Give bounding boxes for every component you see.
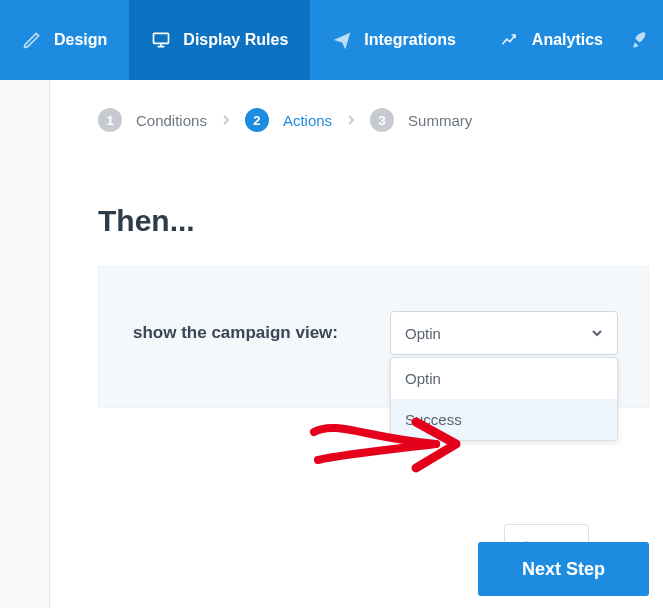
tab-label: Integrations bbox=[364, 31, 456, 49]
tab-design[interactable]: Design bbox=[0, 0, 129, 80]
select-value: Optin bbox=[405, 325, 441, 342]
publish-button[interactable] bbox=[625, 0, 663, 80]
sidebar-gutter bbox=[0, 80, 50, 608]
content-pane: 1 Conditions 2 Actions 3 Summary Then...… bbox=[50, 80, 663, 608]
next-step-button[interactable]: Next Step bbox=[478, 542, 649, 596]
next-label: Next Step bbox=[522, 559, 605, 579]
step-label-conditions[interactable]: Conditions bbox=[136, 112, 207, 129]
step-label-actions[interactable]: Actions bbox=[283, 112, 332, 129]
step-circle-1[interactable]: 1 bbox=[98, 108, 122, 132]
chevron-down-icon bbox=[591, 325, 603, 342]
tab-display-rules[interactable]: Display Rules bbox=[129, 0, 310, 80]
chart-line-icon bbox=[500, 30, 520, 50]
dropdown-panel: Optin Success bbox=[390, 357, 618, 441]
paper-plane-icon bbox=[332, 30, 352, 50]
rule-card: show the campaign view: Optin Optin Succ… bbox=[98, 266, 649, 408]
tab-integrations[interactable]: Integrations bbox=[310, 0, 478, 80]
step-circle-3[interactable]: 3 bbox=[370, 108, 394, 132]
pencil-icon bbox=[22, 30, 42, 50]
tab-label: Display Rules bbox=[183, 31, 288, 49]
top-nav: Design Display Rules Integrations Analyt… bbox=[0, 0, 663, 80]
chevron-right-icon bbox=[221, 112, 231, 128]
rule-label: show the campaign view: bbox=[133, 323, 338, 343]
rocket-icon bbox=[631, 30, 651, 50]
chevron-right-icon bbox=[346, 112, 356, 128]
step-label-summary[interactable]: Summary bbox=[408, 112, 472, 129]
tab-label: Analytics bbox=[532, 31, 603, 49]
tab-analytics[interactable]: Analytics bbox=[478, 0, 625, 80]
select-box[interactable]: Optin bbox=[390, 311, 618, 355]
dropdown-option-success[interactable]: Success bbox=[391, 399, 617, 440]
monitor-icon bbox=[151, 30, 171, 50]
wizard-steps: 1 Conditions 2 Actions 3 Summary bbox=[50, 80, 663, 140]
dropdown-option-optin[interactable]: Optin bbox=[391, 358, 617, 399]
section-heading: Then... bbox=[50, 140, 663, 266]
campaign-view-select[interactable]: Optin Optin Success bbox=[390, 311, 618, 355]
svg-rect-0 bbox=[154, 33, 169, 43]
step-circle-2[interactable]: 2 bbox=[245, 108, 269, 132]
tab-label: Design bbox=[54, 31, 107, 49]
